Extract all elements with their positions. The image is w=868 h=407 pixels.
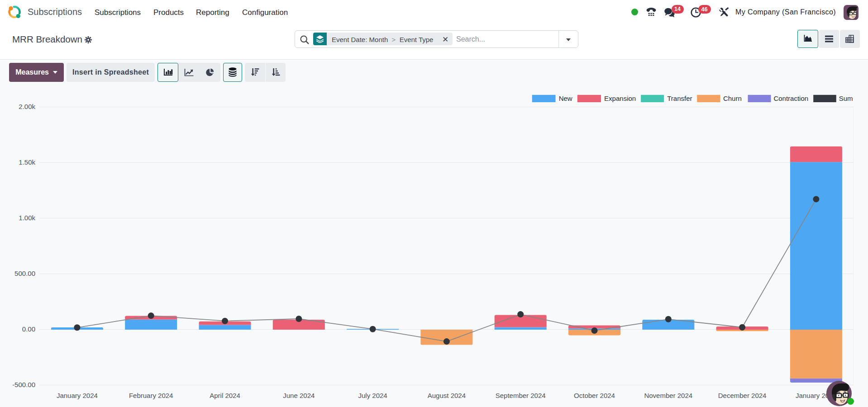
svg-text:November 2024: November 2024 xyxy=(644,392,692,399)
svg-text:July 2024: July 2024 xyxy=(358,392,387,399)
svg-text:0.00: 0.00 xyxy=(22,325,35,333)
svg-text:June 2024: June 2024 xyxy=(283,392,315,399)
svg-text:1.00k: 1.00k xyxy=(19,214,35,222)
svg-text:1.50k: 1.50k xyxy=(19,158,35,166)
svg-text:2.00k: 2.00k xyxy=(19,103,35,110)
svg-text:January 2024: January 2024 xyxy=(57,392,98,399)
svg-text:500.00: 500.00 xyxy=(14,270,35,277)
svg-text:September 2024: September 2024 xyxy=(496,392,546,399)
svg-text:Transfer: Transfer xyxy=(667,95,692,102)
svg-text:February 2024: February 2024 xyxy=(129,392,173,399)
svg-text:Expansion: Expansion xyxy=(604,95,636,102)
svg-text:Churn: Churn xyxy=(723,95,742,102)
svg-text:New: New xyxy=(559,95,572,102)
svg-text:-500.00: -500.00 xyxy=(12,381,35,388)
svg-text:April 2024: April 2024 xyxy=(210,392,240,399)
svg-text:December 2024: December 2024 xyxy=(718,392,767,399)
svg-text:October 2024: October 2024 xyxy=(574,392,615,399)
svg-text:Contraction: Contraction xyxy=(773,95,808,102)
svg-text:August 2024: August 2024 xyxy=(428,392,466,399)
svg-text:Sum: Sum xyxy=(839,95,853,102)
